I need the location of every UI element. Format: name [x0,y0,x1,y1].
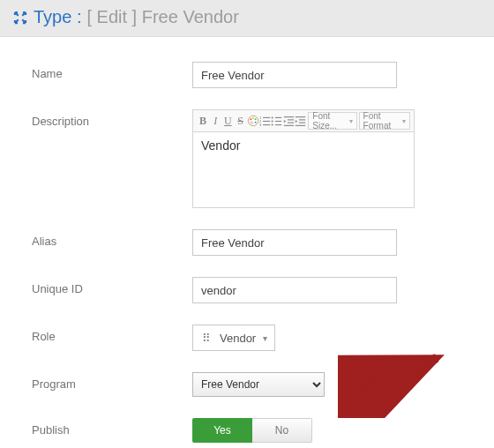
publish-yes-option[interactable]: Yes [192,418,252,443]
uniqueid-label: Unique ID [32,277,192,295]
row-description: Description B I U S [32,109,476,208]
font-size-label: Font Size... [312,111,346,131]
page-title: [ Edit ] Free Vendor [86,7,238,27]
description-textarea[interactable]: Vendor [192,132,415,208]
role-value: Vendor [220,332,256,345]
unordered-list-button[interactable] [271,112,282,130]
svg-point-3 [254,118,256,120]
alias-input[interactable] [192,229,397,256]
annotation-arrow-icon [338,347,453,418]
outdent-button[interactable] [283,112,295,130]
form: Name Description B I U S [0,37,494,443]
svg-point-4 [254,122,256,123]
program-label: Program [32,372,192,391]
publish-toggle[interactable]: Yes No [192,418,312,443]
name-label: Name [32,62,192,80]
richtext-editor: B I U S [192,109,415,208]
editor-toolbar: B I U S [192,109,415,132]
row-program: Program Free Vendor [32,372,476,397]
name-input[interactable] [192,62,397,88]
publish-label: Publish [32,418,192,437]
alias-label: Alias [32,229,192,248]
svg-point-12 [272,116,273,118]
program-select[interactable]: Free Vendor [192,372,325,397]
svg-point-2 [252,117,254,119]
svg-line-26 [356,358,437,393]
chevron-down-icon: ▾ [349,117,353,125]
font-size-select[interactable]: Font Size... ▾ [308,112,356,130]
row-role: Role ⠿ Vendor ▾ [32,325,476,351]
row-name: Name [32,62,476,88]
page-header: Type : [ Edit ] Free Vendor [0,0,494,37]
indent-button[interactable] [295,112,306,130]
svg-point-5 [251,122,252,123]
publish-no-option[interactable]: No [252,418,312,443]
row-publish: Publish Yes No [32,418,476,443]
header-type-label: Type : [34,7,81,27]
color-picker-icon[interactable] [247,112,259,130]
role-select[interactable]: ⠿ Vendor ▾ [192,325,275,351]
drag-handle-icon: ⠿ [202,332,213,345]
bold-button[interactable]: B [197,112,209,130]
underline-button[interactable]: U [221,112,234,130]
uniqueid-input[interactable] [192,277,397,303]
svg-point-1 [250,118,251,120]
row-alias: Alias [32,229,476,256]
expand-icon[interactable] [12,10,28,26]
svg-text:3: 3 [259,123,262,127]
role-label: Role [32,325,192,343]
description-label: Description [32,109,192,128]
svg-point-13 [272,120,273,122]
strikethrough-button[interactable]: S [234,112,246,130]
chevron-down-icon: ▾ [263,333,267,343]
row-uniqueid: Unique ID [32,277,476,303]
chevron-down-icon: ▾ [402,117,406,125]
italic-button[interactable]: I [209,112,221,130]
font-format-label: Font Format [363,111,400,131]
ordered-list-button[interactable]: 1 2 3 [259,112,271,130]
font-format-select[interactable]: Font Format ▾ [359,112,410,130]
svg-point-14 [272,123,273,125]
